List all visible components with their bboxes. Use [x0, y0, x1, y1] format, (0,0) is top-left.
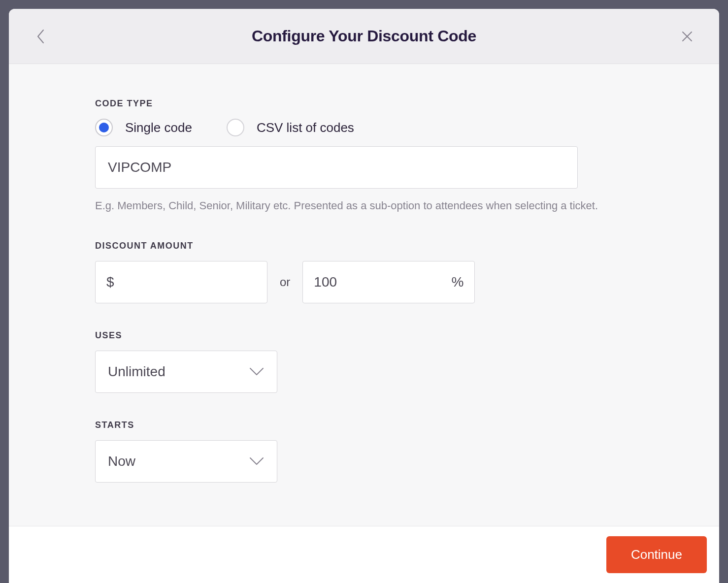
radio-button-icon [95, 119, 113, 136]
starts-value: Now [108, 453, 135, 469]
radio-single-label: Single code [125, 120, 192, 135]
radio-csv-list[interactable]: CSV list of codes [227, 119, 354, 136]
uses-select[interactable]: Unlimited [95, 351, 277, 393]
modal-title: Configure Your Discount Code [252, 27, 476, 45]
dollar-amount-input[interactable] [122, 274, 256, 290]
percent-amount-field[interactable]: % [302, 261, 475, 303]
modal-footer: Continue [9, 526, 719, 583]
discount-code-modal: Configure Your Discount Code CODE TYPE S… [9, 9, 719, 583]
starts-select[interactable]: Now [95, 440, 277, 483]
modal-body: CODE TYPE Single code CSV list of codes … [9, 64, 719, 526]
chevron-left-icon [36, 29, 45, 44]
discount-amount-section: DISCOUNT AMOUNT $ or % [95, 241, 633, 303]
modal-header: Configure Your Discount Code [9, 9, 719, 64]
discount-amount-label: DISCOUNT AMOUNT [95, 241, 633, 251]
starts-label: STARTS [95, 420, 633, 430]
uses-value: Unlimited [108, 364, 165, 380]
starts-section: STARTS Now [95, 420, 633, 483]
code-value-input[interactable] [95, 146, 578, 189]
chevron-down-icon [249, 367, 265, 377]
radio-single-code[interactable]: Single code [95, 119, 192, 136]
percent-sign-icon: % [451, 274, 463, 290]
radio-csv-label: CSV list of codes [257, 120, 354, 135]
back-button[interactable] [33, 29, 48, 44]
code-type-label: CODE TYPE [95, 98, 633, 109]
close-button[interactable] [680, 29, 695, 44]
code-helper-text: E.g. Members, Child, Senior, Military et… [95, 197, 633, 214]
discount-amount-row: $ or % [95, 261, 633, 303]
uses-label: USES [95, 330, 633, 341]
close-icon [681, 31, 693, 42]
or-label: or [280, 275, 290, 289]
continue-button[interactable]: Continue [606, 536, 707, 573]
code-type-radio-group: Single code CSV list of codes [95, 119, 633, 136]
dollar-sign-icon: $ [106, 274, 114, 290]
radio-selected-dot-icon [99, 123, 109, 132]
dollar-amount-field[interactable]: $ [95, 261, 267, 303]
code-type-section: CODE TYPE Single code CSV list of codes … [95, 98, 633, 214]
percent-amount-input[interactable] [314, 274, 444, 290]
radio-button-icon [227, 119, 244, 136]
uses-section: USES Unlimited [95, 330, 633, 393]
chevron-down-icon [249, 456, 265, 466]
